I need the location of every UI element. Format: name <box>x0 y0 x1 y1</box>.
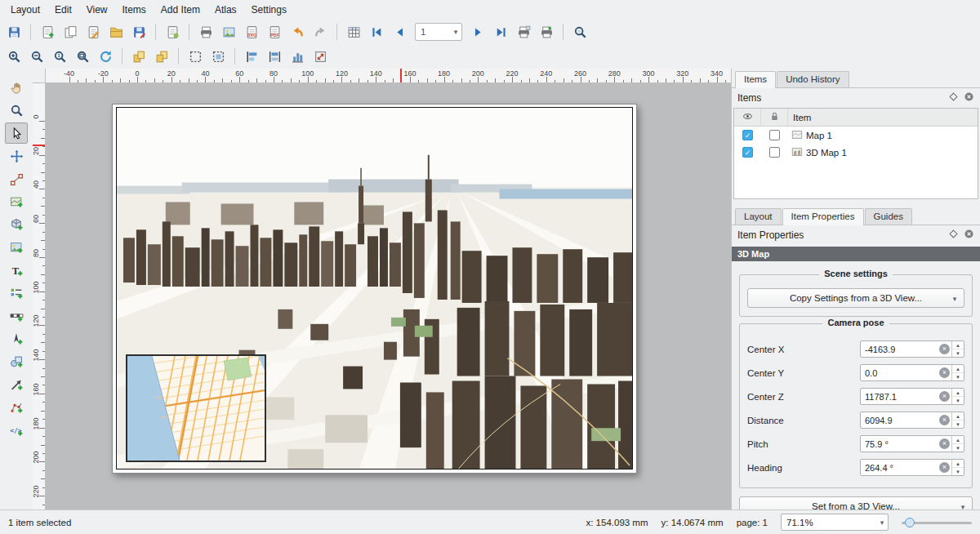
layout-page[interactable] <box>112 104 637 474</box>
move-item-content-tool[interactable] <box>5 145 28 167</box>
export-atlas-button[interactable] <box>536 21 557 42</box>
tab-undo-history[interactable]: Undo History <box>777 71 849 87</box>
atlas-settings-button[interactable] <box>343 21 364 42</box>
add-north-arrow-tool[interactable] <box>5 328 28 349</box>
clear-icon[interactable]: × <box>939 462 950 473</box>
clear-icon[interactable]: × <box>939 344 950 354</box>
select-move-item-tool[interactable] <box>5 122 28 144</box>
export-pdf-button[interactable]: PDF <box>264 21 285 42</box>
menu-view[interactable]: View <box>79 1 115 19</box>
pitch-spinbox[interactable]: 75.9 °×▲▼ <box>860 435 964 452</box>
atlas-next-button[interactable] <box>467 21 488 42</box>
center-x-spin-buttons[interactable]: ▲▼ <box>951 341 964 357</box>
invert-selection-button[interactable] <box>207 46 229 67</box>
spin-up-icon[interactable]: ▲ <box>952 365 964 373</box>
spin-down-icon[interactable]: ▼ <box>952 468 964 475</box>
clear-icon[interactable]: × <box>939 415 950 425</box>
lock-checkbox[interactable] <box>769 147 780 158</box>
heading-spin-buttons[interactable]: ▲▼ <box>951 460 964 475</box>
redo-button[interactable] <box>310 21 331 42</box>
lower-items-button[interactable] <box>151 46 172 67</box>
spin-up-icon[interactable]: ▲ <box>952 389 964 397</box>
3d-map-item[interactable] <box>116 107 633 469</box>
new-report-button[interactable] <box>162 21 183 42</box>
clear-icon[interactable]: × <box>939 438 950 449</box>
menu-edit[interactable]: Edit <box>47 1 79 19</box>
close-dock-icon[interactable] <box>964 91 974 105</box>
visibility-checkbox[interactable]: ✓ <box>742 130 753 140</box>
print-atlas-button[interactable] <box>513 21 534 42</box>
spin-up-icon[interactable]: ▲ <box>952 460 964 468</box>
visibility-checkbox[interactable]: ✓ <box>742 147 753 158</box>
menu-items[interactable]: Items <box>115 1 154 19</box>
menu-settings[interactable]: Settings <box>244 1 294 19</box>
tab-layout[interactable]: Layout <box>735 208 782 225</box>
zoom-in-button[interactable] <box>3 46 24 67</box>
float-dock-icon[interactable] <box>948 229 959 242</box>
zoom-slider[interactable] <box>902 514 972 531</box>
zoom-combo[interactable]: 71.1% ▾ <box>781 514 889 531</box>
duplicate-layout-button[interactable] <box>60 21 81 42</box>
float-dock-icon[interactable] <box>948 91 959 105</box>
spin-down-icon[interactable]: ▼ <box>952 444 964 452</box>
open-folder-button[interactable] <box>105 21 127 42</box>
new-layout-button[interactable] <box>37 21 58 42</box>
lock-checkbox[interactable] <box>769 130 780 140</box>
menu-atlas[interactable]: Atlas <box>207 1 244 19</box>
atlas-prev-button[interactable] <box>389 21 410 42</box>
menu-add-item[interactable]: Add Item <box>154 1 207 19</box>
add-html-tool[interactable]: </> <box>5 420 28 441</box>
export-svg-button[interactable]: SVG <box>241 21 262 42</box>
edit-nodes-tool[interactable] <box>5 168 28 189</box>
pitch-spin-buttons[interactable]: ▲▼ <box>951 436 964 452</box>
add-arrow-tool[interactable] <box>5 374 28 395</box>
spin-down-icon[interactable]: ▼ <box>952 349 964 357</box>
atlas-feature-combo[interactable]: 1▾ <box>415 23 462 41</box>
zoom-full-button[interactable] <box>72 46 93 67</box>
center-y-spin-buttons[interactable]: ▲▼ <box>951 365 964 380</box>
spin-down-icon[interactable]: ▼ <box>952 397 964 404</box>
item-row-3d-map-1[interactable]: ✓3D Map 1 <box>734 144 978 161</box>
tab-item-properties[interactable]: Item Properties <box>782 208 864 225</box>
close-dock-icon[interactable] <box>964 229 974 242</box>
map-item[interactable] <box>126 354 266 462</box>
add-scalebar-tool[interactable] <box>5 305 28 327</box>
tab-guides[interactable]: Guides <box>865 208 912 225</box>
set-from-3d-view-button[interactable]: Set from a 3D View... ▾ <box>739 496 973 510</box>
undo-button[interactable] <box>287 21 308 42</box>
print-button[interactable] <box>195 21 216 42</box>
spin-down-icon[interactable]: ▼ <box>952 373 964 380</box>
resize-bars-button[interactable] <box>287 46 308 67</box>
tab-items[interactable]: Items <box>735 71 776 88</box>
spin-up-icon[interactable]: ▲ <box>952 341 964 349</box>
add-picture-tool[interactable] <box>5 237 28 258</box>
refresh-button[interactable] <box>95 46 116 67</box>
clear-icon[interactable]: × <box>939 391 950 402</box>
heading-spinbox[interactable]: 264.4 °×▲▼ <box>860 459 964 476</box>
center-z-spin-buttons[interactable]: ▲▼ <box>951 389 964 404</box>
zoom-actual-button[interactable]: 1 <box>49 46 70 67</box>
atlas-last-button[interactable] <box>490 21 511 42</box>
atlas-first-button[interactable] <box>366 21 387 42</box>
menu-layout[interactable]: Layout <box>3 1 47 19</box>
spin-up-icon[interactable]: ▲ <box>952 412 964 421</box>
distribute-items-button[interactable] <box>264 46 285 67</box>
pan-tool[interactable] <box>5 77 28 98</box>
center-x-spinbox[interactable]: -4163.9×▲▼ <box>860 340 964 358</box>
layout-canvas[interactable] <box>46 83 731 510</box>
preview-atlas-button[interactable] <box>569 21 590 42</box>
add-map-tool[interactable] <box>5 191 28 212</box>
copy-settings-button[interactable]: Copy Settings from a 3D View... ▾ <box>747 288 964 308</box>
add-legend-tool[interactable] <box>5 283 28 304</box>
export-image-button[interactable] <box>218 21 239 42</box>
add-label-tool[interactable]: T <box>5 260 28 281</box>
save-as-template-button[interactable] <box>128 21 149 42</box>
distance-spinbox[interactable]: 6094.9×▲▼ <box>860 412 964 429</box>
zoom-slider-handle[interactable] <box>905 518 915 527</box>
raise-items-button[interactable] <box>128 46 149 67</box>
save-project-button[interactable] <box>3 21 24 42</box>
select-all-button[interactable] <box>185 46 206 67</box>
resize-items-button[interactable] <box>310 46 331 67</box>
center-z-spinbox[interactable]: 11787.1×▲▼ <box>860 388 964 405</box>
item-row-map-1[interactable]: ✓Map 1 <box>734 127 978 144</box>
